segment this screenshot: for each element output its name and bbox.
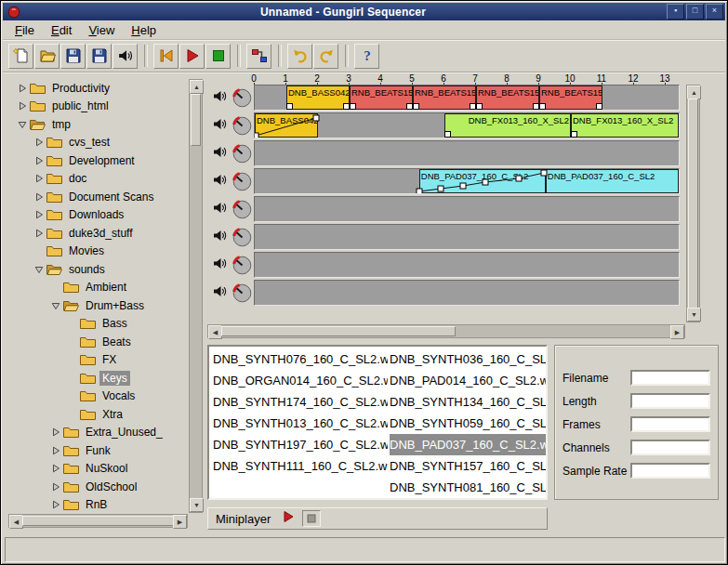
tree-item-extra-unused[interactable]: Extra_Unused_ <box>8 424 188 442</box>
file-item[interactable]: DNB_SYNTH174_160_C_SL2.wav <box>213 391 388 413</box>
audio-clip[interactable]: RNB_BEATS152_ <box>413 85 476 110</box>
track-lane[interactable] <box>254 252 680 278</box>
expand-icon[interactable] <box>18 101 30 111</box>
tree-item-oldschool[interactable]: OldSchool <box>8 478 188 496</box>
sequencer-horizontal-scrollbar[interactable]: ◀ ▶ <box>207 324 685 338</box>
file-item[interactable]: DNB_SYNTH013_160_C_SL2.wav <box>213 413 388 434</box>
maximize-button[interactable]: □ <box>686 4 704 20</box>
undo-button[interactable] <box>287 44 312 69</box>
expand-icon[interactable] <box>34 192 46 202</box>
menu-view[interactable]: View <box>80 21 123 39</box>
clip-handle[interactable] <box>539 103 546 110</box>
audio-clip[interactable]: DNB_FX013_160_X_SL2 <box>444 113 571 138</box>
mute-button[interactable] <box>209 227 230 248</box>
expand-icon[interactable] <box>51 427 63 437</box>
tree-item-document-scans[interactable]: Document Scans <box>8 188 188 206</box>
mute-button[interactable] <box>209 143 230 164</box>
scroll-right-arrow[interactable]: ▶ <box>173 515 187 529</box>
file-item[interactable]: DNB_SYNTH036_160_C_SL2.wav <box>390 348 546 370</box>
track-lane[interactable] <box>254 140 680 166</box>
clip-handle[interactable] <box>413 103 419 110</box>
sequencer-vertical-scrollbar[interactable]: ▲ ▼ <box>686 85 700 322</box>
redo-button[interactable] <box>313 44 338 69</box>
tree-item-cvs-test[interactable]: cvs_test <box>8 134 188 152</box>
tree-item-productivity[interactable]: Productivity <box>8 79 188 98</box>
file-item[interactable]: DNB_SYNTH081_160_C_SL2.wav <box>390 477 546 498</box>
mute-button[interactable] <box>209 255 230 276</box>
scroll-down-arrow[interactable]: ▼ <box>190 498 204 512</box>
collapse-icon[interactable] <box>51 301 63 310</box>
scrollbar-thumb[interactable] <box>22 516 174 526</box>
sample-rate-input[interactable] <box>630 463 710 479</box>
volume-knob[interactable] <box>232 227 253 248</box>
tree-item-bass[interactable]: Bass <box>8 315 188 334</box>
scroll-left-arrow[interactable]: ◀ <box>9 515 23 529</box>
tree-item-nuskool[interactable]: NuSkool <box>8 460 188 479</box>
expand-icon[interactable] <box>51 446 63 455</box>
help-button[interactable]: ? <box>354 44 379 69</box>
tree-item-movies[interactable]: Movies <box>8 243 188 261</box>
tree-item-vocals[interactable]: Vocals <box>8 388 188 406</box>
track-lane[interactable] <box>254 280 680 306</box>
track-lane[interactable]: DNB_BASS042_1DNB_FX013_160_X_SL2DNB_FX01… <box>254 112 680 138</box>
file-item[interactable]: DNB_SYNTH197_160_C_SL2.wav <box>213 434 388 455</box>
save-as-button[interactable] <box>86 44 112 69</box>
expand-icon[interactable] <box>18 84 30 93</box>
clip-handle[interactable] <box>406 103 413 110</box>
length-input[interactable] <box>630 393 710 409</box>
tree-item-rnb[interactable]: RnB <box>8 496 188 514</box>
tree-item-downloads[interactable]: Downloads <box>8 206 188 225</box>
audio-clip[interactable]: DNB_BASS042_1 <box>286 85 350 110</box>
audio-clip[interactable]: DNB_PAD037_160_C_SL2 <box>546 169 679 193</box>
miniplayer-stop-button[interactable] <box>302 510 321 527</box>
expand-icon[interactable] <box>34 156 46 165</box>
mute-button[interactable] <box>209 199 230 220</box>
audio-clip[interactable]: RNB_BEATS152_ <box>476 85 539 110</box>
tree-horizontal-scrollbar[interactable]: ◀ ▶ <box>8 514 188 528</box>
connections-button[interactable] <box>246 44 271 69</box>
tree-vertical-scrollbar[interactable]: ▲ ▼ <box>189 79 203 513</box>
tree-item-fx[interactable]: FX <box>8 351 188 370</box>
close-button[interactable]: × <box>706 4 723 20</box>
track-lane[interactable]: DNB_PAD037_160_C_SL2DNB_PAD037_160_C_SL2 <box>254 168 680 194</box>
clip-handle[interactable] <box>286 103 293 110</box>
menu-edit[interactable]: Edit <box>43 21 80 39</box>
skip-to-start-button[interactable] <box>153 44 179 69</box>
titlebar[interactable]: Unnamed - Gungirl Sequencer ▪ □ × <box>3 3 725 20</box>
mute-button[interactable] <box>209 282 230 304</box>
volume-knob[interactable] <box>232 199 253 220</box>
clip-handle[interactable] <box>533 103 539 110</box>
expand-icon[interactable] <box>34 210 46 219</box>
track-lane[interactable] <box>254 224 680 250</box>
clip-handle[interactable] <box>343 103 350 110</box>
tree-item-public-html[interactable]: public_html <box>8 98 188 116</box>
tree-item-development[interactable]: Development <box>8 151 188 170</box>
frames-input[interactable] <box>630 416 710 432</box>
scroll-up-arrow[interactable]: ▲ <box>687 85 701 99</box>
scroll-up-arrow[interactable]: ▲ <box>190 80 204 94</box>
collapse-icon[interactable] <box>18 120 30 129</box>
collapse-icon[interactable] <box>34 265 46 274</box>
clip-handle[interactable] <box>470 103 476 110</box>
scroll-down-arrow[interactable]: ▼ <box>687 308 701 322</box>
volume-knob[interactable] <box>232 255 253 276</box>
stop-button[interactable] <box>205 44 231 69</box>
audio-clip[interactable]: RNB_BEATS152_ <box>539 85 602 110</box>
expand-icon[interactable] <box>34 174 46 183</box>
tree-item-duke3d-stuff[interactable]: duke3d_stuff <box>8 224 188 243</box>
tree-item-drum-bass[interactable]: Drum+Bass <box>8 296 188 315</box>
expand-icon[interactable] <box>51 464 63 473</box>
file-item[interactable]: DNB_SYNTH076_160_C_SL2.wav <box>213 348 388 370</box>
clip-handle[interactable] <box>350 103 356 110</box>
channels-input[interactable] <box>630 440 710 455</box>
save-button[interactable] <box>60 44 86 69</box>
menu-help[interactable]: Help <box>123 21 165 39</box>
audio-clip[interactable]: DNB_FX013_160_X_SL2 <box>571 113 679 138</box>
tree-item-ambient[interactable]: Ambient <box>8 279 188 297</box>
play-button[interactable] <box>179 44 205 69</box>
tree-item-beats[interactable]: Beats <box>8 333 188 351</box>
file-item[interactable]: DNB_ORGAN014_160_C_SL2.wav <box>213 370 388 391</box>
file-item[interactable]: DNB_SYNTH157_160_C_SL2.wav <box>390 455 546 477</box>
track-lane[interactable]: DNB_BASS042_1RNB_BEATS152_RNB_BEATS152_R… <box>254 85 680 111</box>
audio-clip[interactable]: RNB_BEATS152_ <box>350 85 413 110</box>
